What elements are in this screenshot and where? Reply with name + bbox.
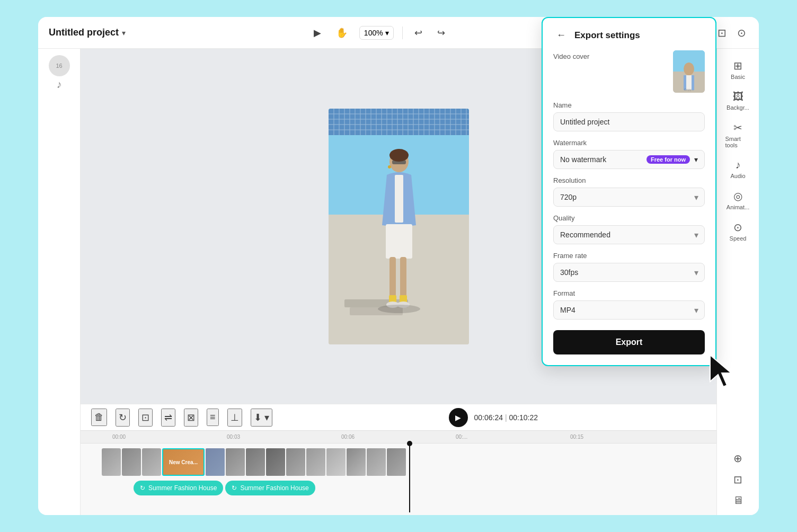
background-icon: 🖼 [733, 91, 743, 103]
video-preview [329, 109, 469, 344]
clip-selected[interactable]: New Crea... [162, 448, 205, 476]
frame-rate-select[interactable]: 30fps 60fps 24fps [553, 263, 705, 282]
resolution-select[interactable]: 720p 1080p 4K [553, 188, 705, 207]
free-badge: Free for now [647, 155, 690, 164]
video-preview-content [329, 109, 469, 344]
split-button[interactable]: ⊡ [715, 24, 729, 41]
fullscreen-button[interactable]: ⊡ [731, 471, 745, 488]
clip-container[interactable]: New Crea... [102, 448, 406, 476]
frame-rate-select-wrapper: 30fps 60fps 24fps [553, 263, 705, 282]
speed-icon: ⊙ [733, 221, 742, 234]
frame-rate-label: Frame rate [553, 252, 705, 260]
total-time-value: 00:10:22 [509, 413, 538, 422]
export-action-button[interactable]: Export [553, 330, 705, 354]
refresh-button[interactable]: ↻ [116, 409, 130, 427]
clip-7[interactable] [246, 448, 265, 476]
audio-clip-2[interactable]: ↻ Summer Fashion House [225, 481, 315, 495]
clip-2[interactable] [122, 448, 141, 476]
back-button[interactable]: ← [553, 29, 569, 42]
clip-3[interactable] [142, 448, 161, 476]
cover-thumb-svg: Copy... [673, 50, 705, 93]
zoom-level: 100% [364, 29, 383, 37]
project-name: Untitled project [49, 27, 119, 38]
crop-button[interactable]: ⊡ [138, 409, 153, 427]
audio-icon-1: ↻ [140, 484, 145, 492]
svg-rect-40 [389, 257, 396, 299]
quality-select[interactable]: Recommended High Low [553, 225, 705, 244]
project-name-area[interactable]: Untitled project ▾ [49, 27, 126, 38]
clip-9[interactable] [286, 448, 305, 476]
settings-button[interactable]: ⊙ [735, 24, 748, 41]
watermark-right: Free for now ▾ [647, 155, 698, 164]
basic-icon: ⊞ [733, 59, 742, 72]
clip-13[interactable] [367, 448, 386, 476]
watermark-select[interactable]: No watermark Free for now ▾ [553, 150, 705, 169]
watermark-label: Watermark [553, 139, 705, 147]
speed-label: Speed [730, 235, 747, 242]
export-panel: ← Export settings Video cover Copy... Na… [542, 17, 716, 366]
export-panel-title: Export settings [574, 30, 640, 41]
sidebar-item-smart-tools[interactable]: ✂ Smart tools [720, 117, 756, 153]
format-select-wrapper: MP4 MOV WebM [553, 300, 705, 320]
zoom-select[interactable]: 100% ▾ [359, 26, 394, 40]
clip-14[interactable] [387, 448, 406, 476]
clip-10[interactable] [306, 448, 325, 476]
video-cover-label: Video cover [553, 52, 589, 60]
redo-button[interactable]: ↪ [434, 24, 448, 42]
clip-1[interactable] [102, 448, 121, 476]
chevron-down-icon: ▾ [122, 29, 126, 37]
hand-tool-button[interactable]: ✋ [333, 24, 351, 42]
svg-point-47 [378, 305, 420, 313]
frame-rate-group: Frame rate 30fps 60fps 24fps [553, 252, 705, 282]
clip-8[interactable] [266, 448, 285, 476]
ruler-mark-0: 00:00 [112, 434, 227, 440]
select-tool-button[interactable]: ▶ [311, 24, 324, 42]
clip-11[interactable] [326, 448, 346, 476]
animate-label: Animat... [727, 204, 749, 210]
svg-point-50 [684, 63, 694, 75]
fashion-figure-svg [329, 109, 469, 344]
svg-text:Copy...: Copy... [684, 88, 694, 91]
left-sidebar: 16 ♪ [38, 49, 81, 515]
export-panel-header: ← Export settings [553, 29, 705, 42]
format-label: Format [553, 289, 705, 297]
timeline-cursor[interactable] [409, 444, 410, 512]
clip-5[interactable] [206, 448, 225, 476]
audio-clip-1[interactable]: ↻ Summer Fashion House [134, 481, 223, 495]
monitor-button[interactable]: 🖥 [731, 492, 746, 509]
undo-icon: ↩ [414, 27, 422, 39]
name-label: Name [553, 101, 705, 109]
delete-button[interactable]: 🗑 [91, 409, 107, 426]
timeline-track: New Crea... [102, 444, 406, 481]
svg-rect-39 [386, 224, 412, 259]
smart-tools-icon: ✂ [733, 121, 742, 134]
format-select[interactable]: MP4 MOV WebM [553, 300, 705, 320]
sidebar-item-basic[interactable]: ⊞ Basic [720, 55, 756, 84]
play-button[interactable]: ▶ [449, 408, 468, 427]
text-button[interactable]: ≡ [207, 409, 219, 426]
flip-button[interactable]: ⇌ [161, 409, 175, 427]
undo-button[interactable]: ↩ [411, 24, 426, 42]
name-input[interactable] [553, 112, 705, 131]
sidebar-item-animate[interactable]: ◎ Animat... [720, 185, 756, 215]
export-action-label: Export [616, 338, 643, 347]
sidebar-item-background[interactable]: 🖼 Backgr... [720, 86, 756, 115]
download-button[interactable]: ⬇ ▾ [251, 409, 272, 427]
audio-clip-label-2: Summer Fashion House [240, 484, 308, 492]
clip-6[interactable] [226, 448, 245, 476]
current-time: 00:06:24 | 00:10:22 [474, 413, 538, 422]
transform-button[interactable]: ⊥ [227, 409, 242, 427]
sidebar-item-speed[interactable]: ⊙ Speed [720, 217, 756, 246]
current-time-value: 00:06:24 [474, 413, 503, 422]
timeline-ruler: 00:00 00:03 00:06 00:... 00:15 [81, 431, 716, 444]
format-group: Format MP4 MOV WebM [553, 289, 705, 320]
video-cover-thumbnail[interactable]: Copy... [673, 50, 705, 93]
sidebar-item-audio[interactable]: ♪ Audio [720, 155, 756, 183]
split-icon: ⊡ [718, 27, 727, 39]
add-button[interactable]: ⊕ [731, 450, 745, 467]
watermark-value: No watermark [560, 155, 606, 164]
name-group: Name [553, 101, 705, 131]
split-clip-button[interactable]: ⊠ [184, 409, 198, 427]
ruler-mark-1: 00:03 [227, 434, 341, 440]
clip-12[interactable] [347, 448, 366, 476]
